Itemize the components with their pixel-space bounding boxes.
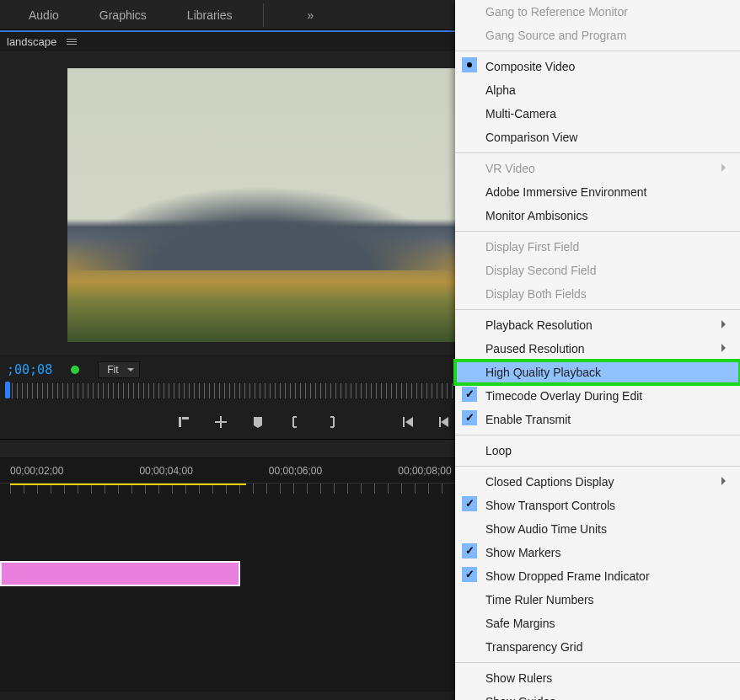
panel-title: landscape <box>7 35 56 48</box>
menu-gang-reference[interactable]: Gang to Reference Monitor <box>455 0 740 24</box>
menu-paused-resolution[interactable]: Paused Resolution <box>455 337 740 361</box>
menu-time-ruler-numbers[interactable]: Time Ruler Numbers <box>455 588 740 612</box>
menu-divider <box>263 3 264 27</box>
menu-safe-margins[interactable]: Safe Margins <box>455 612 740 635</box>
checkmark-icon <box>462 410 477 425</box>
menu-audio[interactable]: Audio <box>8 2 79 29</box>
menu-multi-camera[interactable]: Multi-Camera <box>455 102 740 126</box>
menu-loop[interactable]: Loop <box>455 439 740 462</box>
menu-show-audio-time[interactable]: Show Audio Time Units <box>455 517 740 541</box>
svg-rect-4 <box>403 417 405 427</box>
out-bracket-icon[interactable] <box>324 414 340 430</box>
menu-separator <box>455 231 740 232</box>
dropped-frame-indicator <box>71 366 79 374</box>
radio-checked-icon <box>462 57 477 72</box>
work-area-bar[interactable] <box>10 484 246 485</box>
menu-composite-video[interactable]: Composite Video <box>455 55 740 78</box>
menu-libraries[interactable]: Libraries <box>167 2 253 29</box>
menu-separator <box>455 466 740 467</box>
go-to-in-icon[interactable] <box>400 414 416 430</box>
checkmark-icon <box>462 496 477 511</box>
in-bracket-icon[interactable] <box>287 414 303 430</box>
menu-transmit-label: Enable Transmit <box>485 413 571 426</box>
menu-composite-label: Composite Video <box>485 60 575 73</box>
menu-markers-label: Show Markers <box>485 546 560 559</box>
checkmark-icon <box>462 567 477 582</box>
menu-transparency-grid[interactable]: Transparency Grid <box>455 635 740 659</box>
preview-video-frame <box>67 68 455 342</box>
svg-rect-0 <box>179 417 181 427</box>
menu-closed-captions[interactable]: Closed Captions Display <box>455 470 740 494</box>
checkmark-icon <box>462 543 477 558</box>
video-clip[interactable] <box>0 561 240 586</box>
menu-show-dropped-frame[interactable]: Show Dropped Frame Indicator <box>455 564 740 588</box>
menu-enable-transmit[interactable]: Enable Transmit <box>455 408 740 431</box>
add-marker-icon[interactable] <box>213 414 228 430</box>
menu-playback-resolution[interactable]: Playback Resolution <box>455 313 740 337</box>
checkmark-icon <box>462 387 477 402</box>
menu-timecode-overlay[interactable]: Timecode Overlay During Edit <box>455 384 740 408</box>
marker-icon[interactable] <box>250 414 265 430</box>
panel-menu-icon[interactable] <box>67 39 77 45</box>
menu-alpha[interactable]: Alpha <box>455 78 740 102</box>
menu-high-quality-playback[interactable]: High Quality Playback <box>455 361 740 384</box>
menu-show-transport[interactable]: Show Transport Controls <box>455 494 740 517</box>
zoom-fit-dropdown[interactable]: Fit <box>98 361 139 378</box>
menu-show-rulers[interactable]: Show Rulers <box>455 666 740 690</box>
menu-display-both-fields[interactable]: Display Both Fields <box>455 282 740 306</box>
menu-separator <box>455 152 740 153</box>
ruler-time-2: 00;00;04;00 <box>139 465 192 477</box>
step-back-icon[interactable] <box>437 414 453 430</box>
menu-separator <box>455 51 740 51</box>
menu-graphics[interactable]: Graphics <box>79 2 167 29</box>
ruler-time-1: 00;00;02;00 <box>10 465 63 477</box>
svg-rect-1 <box>182 417 189 419</box>
menu-separator <box>455 435 740 435</box>
menu-display-second-field[interactable]: Display Second Field <box>455 259 740 282</box>
svg-rect-3 <box>215 421 227 423</box>
current-timecode[interactable]: ;00;08 <box>7 362 52 377</box>
menu-gang-source[interactable]: Gang Source and Program <box>455 24 740 47</box>
ruler-time-3: 00;00;06;00 <box>269 465 322 477</box>
menu-separator <box>455 309 740 310</box>
menu-vr-video[interactable]: VR Video <box>455 157 740 180</box>
menu-display-first-field[interactable]: Display First Field <box>455 235 740 259</box>
menu-comparison-view[interactable]: Comparison View <box>455 126 740 149</box>
menu-ambisonics[interactable]: Monitor Ambisonics <box>455 204 740 227</box>
menu-show-markers[interactable]: Show Markers <box>455 541 740 564</box>
menu-separator <box>455 662 740 663</box>
menu-transport-label: Show Transport Controls <box>485 499 615 512</box>
mark-in-icon[interactable] <box>176 414 191 430</box>
program-monitor-context-menu: Gang to Reference Monitor Gang Source an… <box>455 0 740 700</box>
menu-tc-overlay-label: Timecode Overlay During Edit <box>485 389 642 403</box>
svg-rect-5 <box>439 417 441 427</box>
menu-show-guides[interactable]: Show Guides <box>455 690 740 700</box>
menu-immersive-env[interactable]: Adobe Immersive Environment <box>455 180 740 204</box>
menu-dropped-label: Show Dropped Frame Indicator <box>485 569 650 583</box>
ruler-time-4: 00;00;08;00 <box>398 465 451 477</box>
menu-more[interactable]: » <box>308 8 314 22</box>
